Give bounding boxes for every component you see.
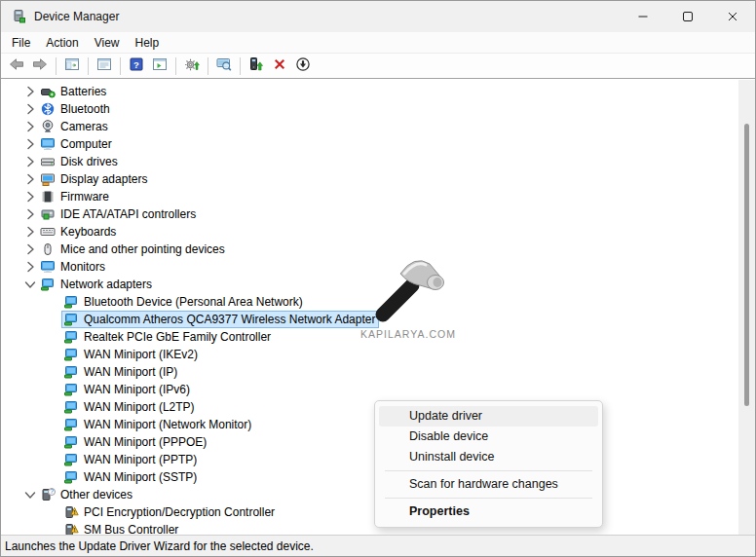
tree-item-content[interactable]: Display adapters: [38, 170, 151, 188]
ide-controller-icon: [40, 206, 56, 222]
tree-item[interactable]: WAN Miniport (SSTP): [1, 468, 738, 486]
camera-icon: [40, 119, 56, 134]
tree-item[interactable]: Keyboards: [1, 223, 738, 241]
tree-item-content[interactable]: !SM Bus Controller: [61, 521, 182, 535]
tree-item[interactable]: Disk drives: [1, 153, 738, 170]
tree-item[interactable]: Firmware: [1, 188, 738, 205]
tree-item-content[interactable]: Batteries: [38, 83, 110, 100]
tree-item[interactable]: WAN Miniport (IP): [1, 363, 738, 381]
tree-item-content[interactable]: Realtek PCIe GbE Family Controller: [61, 328, 275, 346]
context-menu-item-disable-device[interactable]: Disable device: [379, 427, 598, 447]
context-menu-item-update-driver[interactable]: Update driver: [379, 406, 598, 427]
tree-item[interactable]: WAN Miniport (IPv6): [1, 381, 738, 398]
properties-button[interactable]: [93, 56, 116, 77]
chevron-right-icon[interactable]: [22, 189, 38, 204]
tree-item-content[interactable]: WAN Miniport (SSTP): [61, 468, 201, 486]
context-menu-item-properties[interactable]: Properties: [379, 501, 598, 522]
tree-item-content[interactable]: WAN Miniport (L2TP): [61, 398, 199, 416]
tree-item[interactable]: !SM Bus Controller: [1, 521, 738, 535]
chevron-right-icon[interactable]: [22, 136, 38, 152]
forward-button[interactable]: [28, 56, 52, 77]
back-button[interactable]: [5, 56, 28, 77]
tree-item[interactable]: ?Other devices: [1, 486, 738, 503]
tree-item-content[interactable]: Keyboards: [38, 223, 120, 241]
help-button[interactable]: ?: [125, 56, 148, 77]
tree-item-content[interactable]: Bluetooth Device (Personal Area Network): [61, 293, 307, 311]
network-adapter-icon: [63, 452, 79, 467]
tree-item-label: PCI Encryption/Decryption Controller: [84, 503, 275, 521]
remote-computer-button[interactable]: [212, 56, 236, 77]
close-button[interactable]: [710, 1, 755, 32]
context-menu-separator: [385, 498, 592, 499]
menu-view[interactable]: View: [87, 34, 128, 52]
selected-tree-item[interactable]: Qualcomm Atheros QCA9377 Wireless Networ…: [61, 311, 379, 328]
action-pane-button[interactable]: [148, 56, 171, 77]
tree-item-content[interactable]: Computer: [38, 135, 116, 153]
warning-device-icon: !: [63, 504, 79, 520]
tree-item-content[interactable]: Disk drives: [38, 153, 122, 170]
tree-item[interactable]: WAN Miniport (Network Monitor): [1, 416, 738, 433]
chevron-right-icon[interactable]: [22, 224, 38, 240]
vertical-scrollbar[interactable]: [738, 80, 755, 535]
tree-item[interactable]: Display adapters: [1, 170, 738, 188]
tree-item[interactable]: Network adapters: [1, 276, 738, 293]
tree-item-content[interactable]: WAN Miniport (IP): [61, 363, 181, 381]
scrollbar-thumb[interactable]: [744, 124, 749, 406]
tree-item[interactable]: Computer: [1, 135, 738, 153]
update-driver-button[interactable]: [245, 56, 268, 77]
chevron-right-icon[interactable]: [22, 171, 38, 187]
tree-item-content[interactable]: Firmware: [38, 188, 113, 205]
disable-device-button[interactable]: [291, 56, 315, 77]
tree-item[interactable]: Bluetooth: [1, 100, 738, 118]
tree-item-content[interactable]: ?Other devices: [38, 486, 136, 503]
tree-item-content[interactable]: WAN Miniport (IKEv2): [61, 346, 202, 363]
tree-item[interactable]: WAN Miniport (L2TP): [1, 398, 738, 416]
scan-hardware-changes-button[interactable]: [180, 56, 204, 77]
tree-item[interactable]: Qualcomm Atheros QCA9377 Wireless Networ…: [1, 311, 738, 328]
network-adapter-icon: [63, 469, 79, 485]
tree-item[interactable]: Mice and other pointing devices: [1, 241, 738, 258]
tree-item[interactable]: Monitors: [1, 258, 738, 276]
minimize-button[interactable]: [621, 1, 665, 32]
tree-item[interactable]: WAN Miniport (PPTP): [1, 451, 738, 468]
chevron-down-icon[interactable]: [22, 487, 38, 502]
chevron-right-icon[interactable]: [22, 119, 38, 134]
chevron-right-icon[interactable]: [22, 84, 38, 99]
show-console-tree-button[interactable]: [60, 56, 84, 77]
chevron-down-icon[interactable]: [22, 277, 38, 292]
chevron-right-icon[interactable]: [22, 241, 38, 257]
disable-device-icon: [295, 56, 311, 76]
tree-item-content[interactable]: Monitors: [38, 258, 109, 276]
tree-item-content[interactable]: WAN Miniport (PPPOE): [61, 433, 210, 451]
tree-item-content[interactable]: Bluetooth: [38, 100, 114, 118]
tree-item-content[interactable]: WAN Miniport (PPTP): [61, 451, 201, 468]
chevron-right-icon[interactable]: [22, 101, 38, 117]
tree-item-content[interactable]: IDE ATA/ATAPI controllers: [38, 205, 200, 223]
tree-item[interactable]: WAN Miniport (PPPOE): [1, 433, 738, 451]
context-menu-item-scan-for-hardware-changes[interactable]: Scan for hardware changes: [379, 474, 598, 495]
tree-item[interactable]: Batteries: [1, 83, 738, 100]
uninstall-device-button[interactable]: [268, 56, 291, 77]
chevron-right-icon[interactable]: [22, 154, 38, 169]
menu-action[interactable]: Action: [38, 34, 86, 52]
tree-item-content[interactable]: !PCI Encryption/Decryption Controller: [61, 503, 279, 521]
tree-item-content[interactable]: WAN Miniport (IPv6): [61, 381, 194, 398]
menu-file[interactable]: File: [4, 34, 38, 52]
tree-item-label: WAN Miniport (IPv6): [84, 381, 190, 398]
tree-item[interactable]: Realtek PCIe GbE Family Controller: [1, 328, 738, 346]
tree-item-content[interactable]: WAN Miniport (Network Monitor): [61, 416, 255, 433]
properties-icon: [96, 56, 112, 76]
maximize-button[interactable]: [665, 1, 710, 32]
tree-item[interactable]: Bluetooth Device (Personal Area Network): [1, 293, 738, 311]
tree-item[interactable]: Cameras: [1, 118, 738, 135]
chevron-right-icon[interactable]: [22, 206, 38, 222]
tree-item-content[interactable]: Mice and other pointing devices: [38, 241, 229, 258]
tree-item-content[interactable]: Network adapters: [38, 276, 156, 293]
tree-item-content[interactable]: Cameras: [38, 118, 112, 135]
tree-item[interactable]: !PCI Encryption/Decryption Controller: [1, 503, 738, 521]
menu-help[interactable]: Help: [128, 34, 168, 52]
chevron-right-icon[interactable]: [22, 259, 38, 275]
tree-item[interactable]: WAN Miniport (IKEv2): [1, 346, 738, 363]
tree-item[interactable]: IDE ATA/ATAPI controllers: [1, 205, 738, 223]
context-menu-item-uninstall-device[interactable]: Uninstall device: [379, 447, 598, 467]
